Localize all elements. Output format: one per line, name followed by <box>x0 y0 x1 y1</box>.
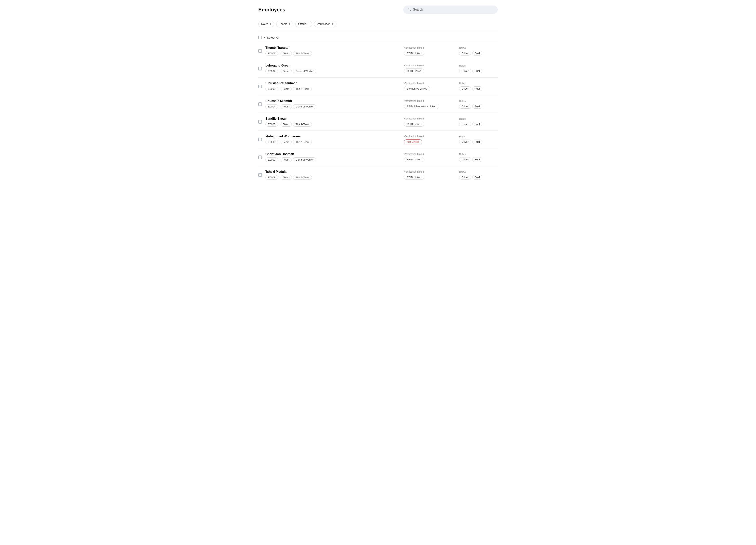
table-row: Muhammad Wolmarans E0006 Team The A-Team… <box>258 131 498 148</box>
verification-badge: RFID Linked <box>404 122 424 127</box>
employee-tags: E0008 Team The A-Team <box>265 175 399 180</box>
roles-label: Roles <box>459 64 498 67</box>
verification-label: Verification linked <box>404 135 450 138</box>
svg-line-1 <box>410 10 411 11</box>
search-input[interactable] <box>413 8 493 11</box>
filter-add-icon: + <box>332 22 333 26</box>
employee-id-tag: E0002 <box>265 69 278 73</box>
checkbox-E0002[interactable] <box>258 67 262 70</box>
select-all-chevron[interactable]: ▾ <box>264 36 265 39</box>
employee-checkbox[interactable] <box>258 155 262 159</box>
role-tag: Fuel <box>472 140 482 144</box>
team-value-tag: General Worker <box>293 69 316 73</box>
roles-tags: DriverFuel <box>459 122 498 126</box>
roles-tags: DriverFuel <box>459 175 498 180</box>
employee-tags: E0002 Team General Worker <box>265 69 399 73</box>
verification-section: Verification linked RFID Linked <box>399 170 454 180</box>
filter-chip-verification[interactable]: Verification+ <box>314 21 336 27</box>
team-value-tag: The A-Team <box>293 87 312 91</box>
checkbox-E0008[interactable] <box>258 173 262 177</box>
select-all-label[interactable]: Select All <box>267 36 279 39</box>
employee-id-tag: E0004 <box>265 104 278 109</box>
team-label-tag: Team <box>281 104 292 109</box>
employee-name: Christiaan Bosman <box>265 152 399 156</box>
verification-section: Verification linked RFID & Biometrics Li… <box>399 99 454 109</box>
employee-info: Tshezi Madala E0008 Team The A-Team <box>265 170 399 180</box>
verification-section: Verification linked RFID Linked <box>399 117 454 127</box>
employee-name: Sandile Brown <box>265 117 399 120</box>
team-label-tag: Team <box>281 87 292 91</box>
roles-section: Roles DriverFuel <box>454 100 498 109</box>
verification-label: Verification linked <box>404 64 450 67</box>
filter-add-icon: + <box>270 22 271 26</box>
employee-tags: E0004 Team General Worker <box>265 104 399 109</box>
checkbox-E0003[interactable] <box>258 85 262 88</box>
verification-badge: RFID & Biometrics Linked <box>404 104 439 109</box>
employee-id-tag: E0003 <box>265 87 278 91</box>
checkbox-E0007[interactable] <box>258 155 262 159</box>
employee-id-tag: E0007 <box>265 157 278 162</box>
employee-checkbox[interactable] <box>258 49 262 53</box>
employee-checkbox[interactable] <box>258 67 262 70</box>
search-icon <box>408 7 411 12</box>
checkbox-E0006[interactable] <box>258 138 262 141</box>
roles-section: Roles DriverFuel <box>454 153 498 162</box>
filter-chip-roles[interactable]: Roles+ <box>258 21 274 27</box>
employee-list: Thembi Tsotetsi E0001 Team The A-Team Ve… <box>258 42 498 184</box>
roles-section: Roles DriverFuel <box>454 82 498 91</box>
employee-info: Sandile Brown E0005 Team The A-Team <box>265 117 399 127</box>
roles-label: Roles <box>459 170 498 173</box>
employee-tags: E0006 Team The A-Team <box>265 140 399 144</box>
verification-badge: RFID Linked <box>404 157 424 162</box>
table-row: Phumzile Mlambo E0004 Team General Worke… <box>258 95 498 113</box>
roles-section: Roles DriverFuel <box>454 46 498 56</box>
employee-checkbox[interactable] <box>258 85 262 88</box>
roles-section: Roles DriverFuel <box>454 64 498 73</box>
role-tag: Driver <box>459 104 471 109</box>
filter-bar: Roles+Teams+Status+Verification+ <box>258 18 498 30</box>
employee-checkbox[interactable] <box>258 120 262 124</box>
employee-info: Lebogang Green E0002 Team General Worker <box>265 64 399 73</box>
team-label-tag: Team <box>281 140 292 144</box>
employee-checkbox[interactable] <box>258 102 262 106</box>
team-label-tag: Team <box>281 69 292 73</box>
team-label-tag: Team <box>281 157 292 162</box>
employee-tags: E0007 Team General Worker <box>265 157 399 162</box>
checkbox-E0001[interactable] <box>258 49 262 53</box>
filter-chip-teams[interactable]: Teams+ <box>276 21 293 27</box>
filter-add-icon: + <box>288 22 290 26</box>
table-row: Sandile Brown E0005 Team The A-Team Veri… <box>258 113 498 131</box>
team-value-tag: The A-Team <box>293 175 312 180</box>
role-tag: Fuel <box>472 51 482 56</box>
employee-checkbox[interactable] <box>258 138 262 141</box>
team-value-tag: General Worker <box>293 104 316 109</box>
verification-section: Verification linked RFID Linked <box>399 46 454 56</box>
role-tag: Driver <box>459 122 471 126</box>
employee-info: Thembi Tsotetsi E0001 Team The A-Team <box>265 46 399 56</box>
role-tag: Driver <box>459 140 471 144</box>
team-value-tag: The A-Team <box>293 122 312 127</box>
verification-badge: RFID Linked <box>404 51 424 56</box>
role-tag: Fuel <box>472 122 482 126</box>
employee-name: Muhammad Wolmarans <box>265 135 399 138</box>
employee-info: Christiaan Bosman E0007 Team General Wor… <box>265 152 399 162</box>
checkbox-E0005[interactable] <box>258 120 262 124</box>
search-bar[interactable] <box>403 6 498 14</box>
verification-label: Verification linked <box>404 117 450 120</box>
select-all-checkbox[interactable] <box>258 36 262 39</box>
employee-checkbox[interactable] <box>258 173 262 177</box>
roles-label: Roles <box>459 117 498 120</box>
select-all-row: ▾ Select All <box>258 34 498 42</box>
team-label-tag: Team <box>281 51 292 56</box>
verification-badge: RFID Linked <box>404 175 424 180</box>
role-tag: Fuel <box>472 104 482 109</box>
role-tag: Driver <box>459 51 471 56</box>
checkbox-E0004[interactable] <box>258 102 262 106</box>
filter-add-icon: + <box>307 22 309 26</box>
filter-chip-status[interactable]: Status+ <box>295 21 312 27</box>
table-row: Christiaan Bosman E0007 Team General Wor… <box>258 148 498 166</box>
roles-section: Roles DriverFuel <box>454 117 498 126</box>
employee-tags: E0001 Team The A-Team <box>265 51 399 56</box>
verification-label: Verification linked <box>404 46 450 49</box>
team-value-tag: The A-Team <box>293 51 312 56</box>
